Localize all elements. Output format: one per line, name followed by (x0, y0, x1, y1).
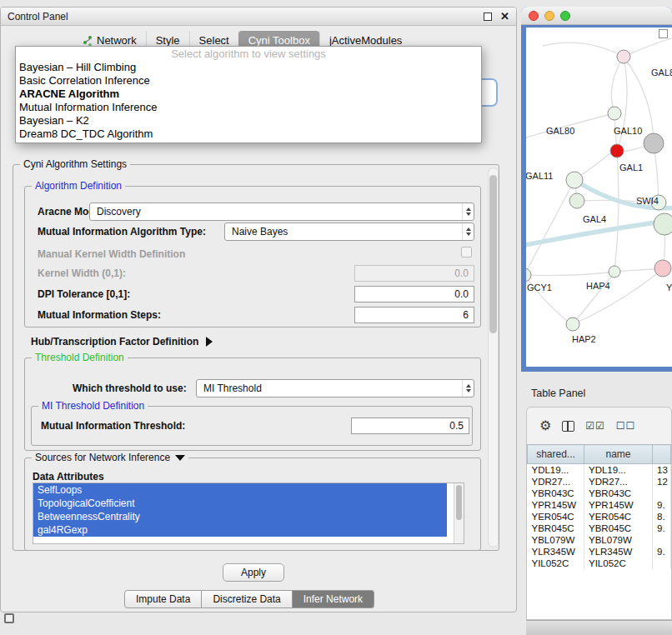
network-window-titlebar[interactable] (521, 7, 672, 25)
column-header-col-3[interactable] (653, 445, 671, 464)
data-attributes-listbox[interactable]: SelfLoopsTopologicalCoefficientBetweenne… (33, 482, 464, 544)
algorithm-popup-placeholder: Select algorithm to view settings (16, 47, 481, 61)
float-window-icon[interactable] (484, 12, 492, 21)
mi-threshold-field[interactable]: 0.5 (351, 418, 469, 434)
attributes-scrollbar-thumb[interactable] (456, 485, 462, 520)
network-node[interactable] (609, 266, 620, 278)
mi-steps-label: Mutual Information Steps: (38, 309, 161, 321)
kernel-width-label: Kernel Width (0,1): (38, 268, 126, 279)
node-table: shared...name YDL19...YDL19...13YDR27...… (527, 444, 671, 569)
bottom-tab-infer-network[interactable]: Infer Network (293, 590, 374, 608)
table-body: YDL19...YDL19...13YDR27...YDR27...12YBR0… (528, 464, 671, 570)
network-node[interactable] (526, 268, 531, 282)
attributes-scrollbar[interactable] (454, 483, 464, 543)
table-row[interactable]: YBR043CYBR043C (528, 488, 671, 499)
table-panel-bottom-bar (526, 620, 672, 635)
network-edge (611, 57, 624, 113)
combo-stepper-icon (462, 223, 474, 240)
close-window-icon[interactable]: ✕ (500, 11, 509, 22)
tab-label: Select (199, 34, 229, 47)
mi-threshold-label: Mutual Information Threshold: (41, 420, 185, 432)
node-label: GAL4 (583, 214, 606, 224)
sources-title: Sources for Network Inference (35, 452, 170, 463)
tab-label: Cyni Toolbox (248, 34, 310, 47)
algorithm-option-mutual-information-inference[interactable]: Mutual Information Inference (16, 101, 481, 114)
settings-scrollbar-thumb[interactable] (489, 175, 497, 333)
mi-steps-field[interactable]: 6 (354, 307, 474, 323)
panel-toggle-icon[interactable] (4, 613, 14, 623)
table-toolbar: ⚙ ☑☑ ☐☐ (527, 408, 671, 444)
tab-label: Style (156, 34, 180, 47)
dpi-tolerance-label: DPI Tolerance [0,1]: (38, 288, 130, 300)
network-canvas-svg[interactable]: GAL8GAL80GAL10GAL11GAL1SWI4GAL4GCY1HAP4Y… (526, 28, 672, 367)
network-node[interactable] (617, 50, 630, 63)
which-threshold-label: Which threshold to use: (73, 382, 187, 394)
table-row[interactable]: YPR145WYPR145W9. (528, 499, 671, 511)
attribute-item-betweennesscentrality[interactable]: BetweennessCentrality (33, 510, 447, 523)
algorithm-option-basic-correlation-inference[interactable]: Basic Correlation Inference (16, 74, 481, 88)
settings-scrollbar[interactable] (488, 168, 499, 548)
table-row[interactable]: YIL052CYIL052C (528, 558, 671, 569)
network-node[interactable] (569, 193, 584, 208)
table-cell: 8. (653, 511, 671, 522)
algorithm-option-bayesian-hill-climbing[interactable]: Bayesian – Hill Climbing (16, 61, 481, 74)
birdseye-toggle-checkbox[interactable] (659, 29, 668, 38)
data-attributes-label: Data Attributes (33, 471, 104, 482)
algorithm-option-bayesian-k2[interactable]: Bayesian – K2 (16, 114, 481, 128)
network-view-window: GAL8GAL80GAL10GAL11GAL1SWI4GAL4GCY1HAP4Y… (521, 7, 672, 372)
column-header-name[interactable]: name (584, 445, 653, 464)
dpi-tolerance-value: 0.0 (454, 288, 469, 300)
attribute-item-gal4rgexp[interactable]: gal4RGexp (33, 523, 447, 537)
table-row[interactable]: YBL079WYBL079W (528, 534, 671, 546)
sources-expander[interactable]: Sources for Network Inference (32, 452, 188, 463)
table-row[interactable]: YLR345WYLR345W9. (528, 546, 671, 558)
table-cell: YBR043C (584, 488, 653, 499)
network-node[interactable] (654, 213, 672, 235)
control-panel-titlebar[interactable]: Control Panel ✕ (1, 8, 516, 26)
node-label: HAP4 (586, 281, 610, 291)
aracne-mode-select[interactable]: Discovery (89, 202, 474, 221)
table-cell: YDL19... (584, 464, 653, 477)
zoom-traffic-light[interactable] (560, 11, 570, 21)
table-cell: 9. (653, 522, 671, 534)
network-node[interactable] (566, 318, 579, 331)
column-header-shared[interactable]: shared... (528, 445, 584, 464)
minimize-traffic-light[interactable] (544, 11, 554, 21)
attribute-item-selfloops[interactable]: SelfLoops (33, 483, 447, 497)
apply-button[interactable]: Apply (223, 563, 284, 582)
table-row[interactable]: YDL19...YDL19...13 (528, 464, 671, 477)
network-edge (573, 269, 663, 324)
column-selector-icon[interactable] (562, 421, 574, 432)
gear-icon[interactable]: ⚙ (539, 419, 551, 432)
table-row[interactable]: YER054CYER054C8. (528, 511, 671, 522)
table-cell: YLR345W (528, 546, 584, 558)
table-cell: YPR145W (584, 499, 653, 511)
hub-definition-expander[interactable]: Hub/Transcription Factor Definition (31, 335, 213, 348)
bottom-tab-impute-data[interactable]: Impute Data (124, 590, 202, 608)
algorithm-popup-list: Bayesian – Hill ClimbingBasic Correlatio… (16, 61, 481, 141)
mi-algorithm-type-select[interactable]: Naive Bayes (224, 222, 474, 241)
unchecked-boxes-icon[interactable]: ☐☐ (616, 421, 636, 431)
network-node[interactable] (610, 144, 624, 158)
table-cell: YBL079W (528, 534, 584, 546)
table-row[interactable]: YBR045CYBR045C9. (528, 522, 671, 534)
network-canvas[interactable]: GAL8GAL80GAL10GAL11GAL1SWI4GAL4GCY1HAP4Y… (526, 28, 672, 367)
network-node[interactable] (608, 107, 621, 120)
dpi-tolerance-field[interactable]: 0.0 (354, 286, 474, 302)
attribute-item-topologicalcoefficient[interactable]: TopologicalCoefficient (33, 497, 447, 510)
algorithm-option-aracne-algorithm[interactable]: ARACNE Algorithm (16, 88, 481, 101)
network-node[interactable] (566, 172, 583, 188)
bottom-tab-discretize-data[interactable]: Discretize Data (202, 590, 292, 608)
mi-threshold-value: 0.5 (449, 420, 464, 432)
expander-arrow-icon (206, 337, 213, 347)
which-threshold-select[interactable]: MI Threshold (196, 379, 474, 398)
apply-button-label: Apply (241, 567, 266, 578)
algorithm-option-dream8-dc-tdc-algorithm[interactable]: Dream8 DC_TDC Algorithm (16, 128, 481, 141)
network-node[interactable] (644, 133, 664, 153)
table-row[interactable]: YDR27...YDR27...12 (528, 476, 671, 488)
checked-boxes-icon[interactable]: ☑☑ (585, 421, 605, 431)
close-traffic-light[interactable] (529, 11, 539, 21)
table-cell (653, 534, 671, 546)
network-node[interactable] (654, 260, 671, 277)
mi-steps-value: 6 (463, 309, 469, 321)
